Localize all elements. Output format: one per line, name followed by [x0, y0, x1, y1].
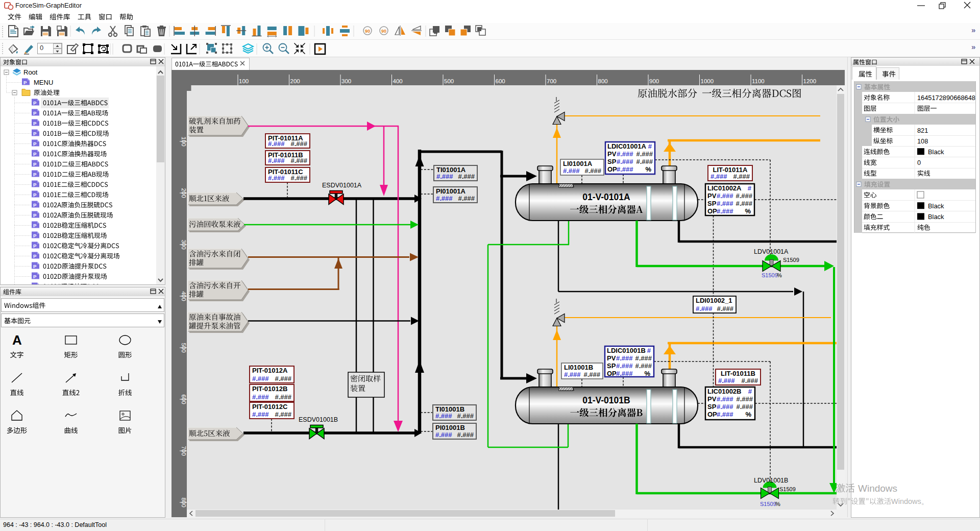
svg-text:#.###: #.###: [736, 395, 753, 403]
svg-text:%: %: [645, 165, 651, 173]
svg-text:01-V-0101B: 01-V-0101B: [582, 395, 630, 405]
svg-text:#.###: #.###: [717, 403, 733, 411]
svg-text:#.###: #.###: [635, 362, 652, 370]
svg-text:#.###: #.###: [616, 354, 633, 362]
svg-text:#.###: #.###: [290, 157, 307, 164]
svg-text:PV: PV: [607, 150, 617, 158]
svg-text:500: 500: [444, 78, 454, 84]
svg-text:#.###: #.###: [718, 377, 735, 384]
svg-text:800: 800: [181, 497, 187, 507]
svg-text:#.###: #.###: [268, 140, 285, 148]
svg-text:LDV01001A: LDV01001A: [754, 248, 789, 255]
svg-text:#: #: [648, 142, 652, 150]
svg-text:#.###: #.###: [458, 195, 475, 202]
svg-text:SP: SP: [707, 403, 717, 411]
svg-text:LDIC01001B: LDIC01001B: [607, 347, 646, 354]
svg-text:#.###: #.###: [617, 165, 633, 173]
svg-text:#.###: #.###: [268, 174, 285, 182]
svg-text:#.###: #.###: [563, 167, 580, 175]
svg-text:#.###: #.###: [733, 173, 750, 180]
svg-text:TI01001B: TI01001B: [435, 405, 464, 413]
svg-text:LIC01002A: LIC01002A: [707, 184, 742, 192]
svg-text:#.###: #.###: [736, 403, 753, 411]
svg-text:700: 700: [181, 446, 187, 455]
svg-text:1100: 1100: [752, 78, 765, 84]
svg-text:700: 700: [547, 78, 556, 84]
svg-text:SP: SP: [607, 158, 617, 165]
svg-text:OP: OP: [707, 411, 717, 418]
svg-text:#.###: #.###: [617, 158, 633, 165]
svg-text:%: %: [745, 207, 751, 215]
svg-text:1200: 1200: [803, 78, 817, 84]
svg-text:#.###: #.###: [268, 157, 285, 164]
svg-text:PIT-01011C: PIT-01011C: [268, 168, 303, 176]
svg-text:800: 800: [598, 78, 608, 84]
svg-text:S1509: S1509: [779, 486, 796, 492]
svg-text:#.###: #.###: [435, 412, 452, 420]
svg-text:#.###: #.###: [583, 371, 600, 378]
svg-text:100: 100: [181, 136, 187, 146]
svg-text:PIT-01012C: PIT-01012C: [252, 403, 288, 411]
svg-text:%: %: [745, 411, 751, 418]
svg-text:#.###: #.###: [616, 370, 633, 377]
svg-text:#.###: #.###: [717, 200, 733, 207]
svg-text:PIT-01011A: PIT-01011A: [268, 134, 303, 142]
svg-text:#: #: [647, 347, 651, 354]
svg-text:#.###: #.###: [636, 158, 653, 165]
svg-text:%: %: [775, 501, 780, 507]
svg-text:LIT-01011B: LIT-01011B: [721, 370, 755, 377]
svg-text:PIT-01011B: PIT-01011B: [268, 151, 303, 159]
svg-text:PV: PV: [707, 192, 717, 200]
svg-text:#: #: [748, 184, 752, 192]
svg-text:OP: OP: [607, 165, 617, 173]
svg-text:PIT-01012A: PIT-01012A: [252, 367, 288, 374]
svg-text:PV: PV: [707, 395, 717, 403]
svg-text:S1509: S1509: [762, 272, 778, 278]
svg-text:1000: 1000: [701, 78, 714, 84]
svg-text:#.###: #.###: [436, 195, 453, 202]
svg-text:%: %: [777, 272, 782, 278]
svg-text:#.###: #.###: [636, 150, 653, 158]
svg-text:300: 300: [341, 78, 351, 84]
svg-text:TI01001A: TI01001A: [436, 166, 466, 174]
svg-text:600: 600: [496, 78, 505, 84]
svg-text:#.###: #.###: [635, 354, 652, 362]
svg-text:PV: PV: [607, 354, 616, 362]
svg-text:S1509: S1509: [783, 257, 799, 263]
svg-text:#.###: #.###: [717, 305, 733, 312]
svg-text:ESDV01001A: ESDV01001A: [322, 182, 362, 189]
svg-text:400: 400: [181, 291, 187, 301]
svg-text:ESDV01001B: ESDV01001B: [299, 416, 338, 423]
svg-text:#.###: #.###: [717, 395, 733, 403]
svg-text:#.###: #.###: [435, 431, 452, 439]
svg-text:#.###: #.###: [717, 207, 733, 215]
svg-text:#.###: #.###: [252, 393, 269, 401]
svg-text:LIC01002B: LIC01002B: [707, 388, 741, 395]
svg-text:LIT-01011A: LIT-01011A: [713, 166, 748, 174]
svg-text:OP: OP: [707, 207, 717, 215]
svg-text:#.###: #.###: [290, 174, 307, 182]
svg-text:#.###: #.###: [290, 140, 307, 148]
svg-text:200: 200: [290, 78, 300, 84]
svg-text:#.###: #.###: [736, 200, 752, 207]
svg-text:#.###: #.###: [617, 150, 633, 158]
svg-text:LDIC01001A: LDIC01001A: [607, 142, 646, 150]
svg-text:S1509: S1509: [760, 501, 776, 507]
svg-text:100: 100: [239, 78, 249, 84]
svg-text:LI01001A: LI01001A: [563, 160, 593, 167]
svg-text:#.###: #.###: [458, 173, 475, 180]
svg-text:900: 900: [649, 78, 659, 84]
svg-text:500: 500: [181, 343, 187, 352]
svg-text:#.###: #.###: [275, 411, 291, 418]
svg-text:OP: OP: [607, 370, 617, 377]
svg-text:#.###: #.###: [275, 393, 291, 401]
svg-text:#.###: #.###: [741, 377, 758, 384]
svg-text:#.###: #.###: [710, 173, 727, 180]
svg-text:SP: SP: [707, 200, 717, 207]
svg-text:%: %: [644, 370, 650, 377]
svg-text:LI01001B: LI01001B: [564, 364, 593, 371]
svg-text:#.###: #.###: [736, 192, 752, 200]
svg-text:PI01001A: PI01001A: [436, 187, 465, 195]
svg-text:#.###: #.###: [616, 362, 633, 370]
svg-text:#.###: #.###: [436, 173, 453, 180]
